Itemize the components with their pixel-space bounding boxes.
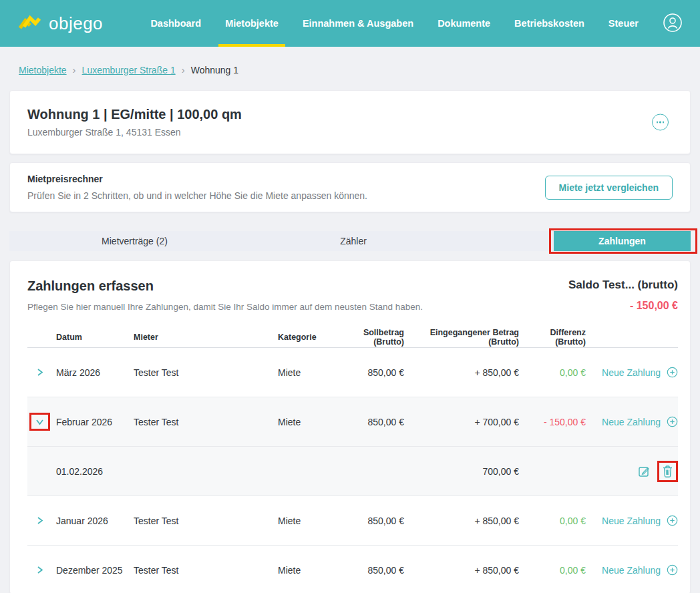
detail-amount: 700,00 € xyxy=(404,466,519,477)
payments-header: Zahlungen erfassen Pflegen Sie hier manu… xyxy=(27,278,678,312)
objego-logo-icon xyxy=(17,13,43,34)
payments-card: Zahlungen erfassen Pflegen Sie hier manu… xyxy=(9,260,691,593)
col-eingegangener-betrag: Eingegangener Betrag (Brutto) xyxy=(404,328,519,347)
tab-mietvertraege[interactable]: Mietverträge (2) xyxy=(9,231,260,251)
new-payment-label: Neue Zahlung xyxy=(602,516,661,526)
saldo-block: Saldo Test... (brutto) - 150,00 € xyxy=(568,278,678,312)
payment-row-januar-2026: Januar 2026 Tester Test Miete 850,00 € +… xyxy=(27,496,678,546)
nav-item-mietobjekte[interactable]: Mietobjekte xyxy=(225,0,279,47)
payment-row-dezember-2025: Dezember 2025 Tester Test Miete 850,00 €… xyxy=(27,546,678,593)
ellipsis-icon xyxy=(657,122,659,124)
payment-received: + 850,00 € xyxy=(404,516,519,526)
brand-logo[interactable]: objego xyxy=(17,13,103,34)
payment-row-maerz-2026: März 2026 Tester Test Miete 850,00 € + 8… xyxy=(27,348,678,397)
new-payment-button[interactable]: Neue Zahlung xyxy=(602,416,678,427)
col-datum: Datum xyxy=(51,333,129,342)
payment-received: + 850,00 € xyxy=(404,565,519,576)
new-payment-label: Neue Zahlung xyxy=(602,565,661,576)
rent-calculator-text: Mietpreisrechner Prüfen Sie in 2 Schritt… xyxy=(27,174,367,201)
top-navigation-bar: objego Dashboard Mietobjekte Einnahmen &… xyxy=(0,0,700,47)
breadcrumb: Mietobjekte › Luxemburger Straße 1 › Woh… xyxy=(19,64,681,75)
chevron-right-icon: › xyxy=(182,64,185,75)
new-payment-label: Neue Zahlung xyxy=(602,417,661,427)
delete-payment-button[interactable] xyxy=(662,465,673,478)
user-account-icon xyxy=(663,13,683,35)
payment-tenant: Tester Test xyxy=(129,565,273,576)
payment-received: + 850,00 € xyxy=(404,367,519,378)
property-title: Wohnung 1 | EG/mitte | 100,00 qm xyxy=(27,107,673,122)
saldo-label: Saldo Test... (brutto) xyxy=(568,278,678,292)
nav-item-einnahmen-ausgaben[interactable]: Einnahmen & Ausgaben xyxy=(303,0,413,47)
tab-zaehler[interactable]: Zähler xyxy=(260,231,447,251)
trash-icon xyxy=(662,465,673,478)
payments-title: Zahlungen erfassen xyxy=(27,278,423,294)
detail-date: 01.02.2026 xyxy=(51,466,129,477)
payment-tenant: Tester Test xyxy=(129,516,273,526)
account-button[interactable] xyxy=(663,13,683,35)
breadcrumb-current: Wohnung 1 xyxy=(191,65,238,75)
tab-spacer xyxy=(447,231,554,251)
payment-target: 850,00 € xyxy=(337,565,404,576)
chevron-down-icon xyxy=(35,417,44,426)
edit-payment-button[interactable] xyxy=(637,465,651,478)
nav-item-dokumente[interactable]: Dokumente xyxy=(437,0,490,47)
payment-difference: 0,00 € xyxy=(519,367,586,378)
payment-date: Februar 2026 xyxy=(51,417,129,427)
rent-calculator-description: Prüfen Sie in 2 Schritten, ob und in wel… xyxy=(27,190,367,201)
nav-item-dashboard[interactable]: Dashboard xyxy=(150,0,201,47)
collapse-row-button[interactable] xyxy=(35,417,44,426)
payment-tenant: Tester Test xyxy=(129,417,273,427)
expand-row-button[interactable] xyxy=(35,516,44,525)
nav-item-steuer[interactable]: Steuer xyxy=(608,0,639,47)
payments-table-header: Datum Mieter Kategorie Sollbetrag (Brutt… xyxy=(27,327,678,348)
chevron-right-icon xyxy=(35,566,44,574)
brand-name: objego xyxy=(49,13,103,34)
breadcrumb-link-luxemburger-strasse[interactable]: Luxemburger Straße 1 xyxy=(82,65,176,75)
col-sollbetrag: Sollbetrag (Brutto) xyxy=(337,328,404,347)
chevron-right-icon xyxy=(35,516,44,525)
rent-calculator-card: Mietpreisrechner Prüfen Sie in 2 Schritt… xyxy=(9,162,691,212)
new-payment-button[interactable]: Neue Zahlung xyxy=(602,564,678,576)
payment-received: + 700,00 € xyxy=(404,417,519,427)
payments-table: Datum Mieter Kategorie Sollbetrag (Brutt… xyxy=(27,327,678,593)
tab-zahlungen-active[interactable]: Zahlungen xyxy=(554,231,691,251)
payment-row-februar-2026: Februar 2026 Tester Test Miete 850,00 € … xyxy=(27,397,678,447)
edit-icon xyxy=(637,465,651,478)
annotation-box-expand-chevron xyxy=(29,413,50,431)
new-payment-label: Neue Zahlung xyxy=(602,367,661,378)
chevron-right-icon xyxy=(35,368,44,377)
payment-category: Miete xyxy=(273,565,337,576)
payments-subtitle: Pflegen Sie hier manuell Ihre Zahlungen,… xyxy=(27,302,423,312)
rent-calculator-title: Mietpreisrechner xyxy=(27,174,367,184)
property-options-button[interactable] xyxy=(652,114,669,131)
payment-category: Miete xyxy=(273,367,337,378)
payment-target: 850,00 € xyxy=(337,367,404,378)
expand-row-button[interactable] xyxy=(35,566,44,574)
property-header-card: Wohnung 1 | EG/mitte | 100,00 qm Luxembu… xyxy=(9,90,691,154)
col-differenz: Differenz (Brutto) xyxy=(519,328,586,347)
payment-date: Januar 2026 xyxy=(51,516,129,526)
compare-rent-button[interactable]: Miete jetzt vergleichen xyxy=(545,176,673,200)
payment-category: Miete xyxy=(273,516,337,526)
breadcrumb-link-mietobjekte[interactable]: Mietobjekte xyxy=(19,65,67,75)
col-mieter: Mieter xyxy=(129,333,273,342)
new-payment-button[interactable]: Neue Zahlung xyxy=(602,515,678,526)
plus-circle-icon xyxy=(667,367,678,378)
payment-difference: - 150,00 € xyxy=(519,417,586,427)
payment-category: Miete xyxy=(273,417,337,427)
nav-item-betriebskosten[interactable]: Betriebskosten xyxy=(514,0,584,47)
saldo-value: - 150,00 € xyxy=(568,300,678,312)
new-payment-button[interactable]: Neue Zahlung xyxy=(602,367,678,378)
payment-target: 850,00 € xyxy=(337,417,404,427)
expand-row-button[interactable] xyxy=(35,368,44,377)
col-kategorie: Kategorie xyxy=(273,333,337,342)
payment-detail-row: 01.02.2026 700,00 € xyxy=(27,447,678,496)
property-address: Luxemburger Straße 1, 45131 Essen xyxy=(27,127,673,138)
plus-circle-icon xyxy=(667,564,678,576)
detail-tabs: Mietverträge (2) Zähler Zahlungen xyxy=(9,231,691,251)
chevron-right-icon: › xyxy=(73,64,76,75)
annotation-box-delete xyxy=(657,461,678,482)
plus-circle-icon xyxy=(667,515,678,526)
main-nav: Dashboard Mietobjekte Einnahmen & Ausgab… xyxy=(150,0,683,47)
plus-circle-icon xyxy=(667,416,678,427)
